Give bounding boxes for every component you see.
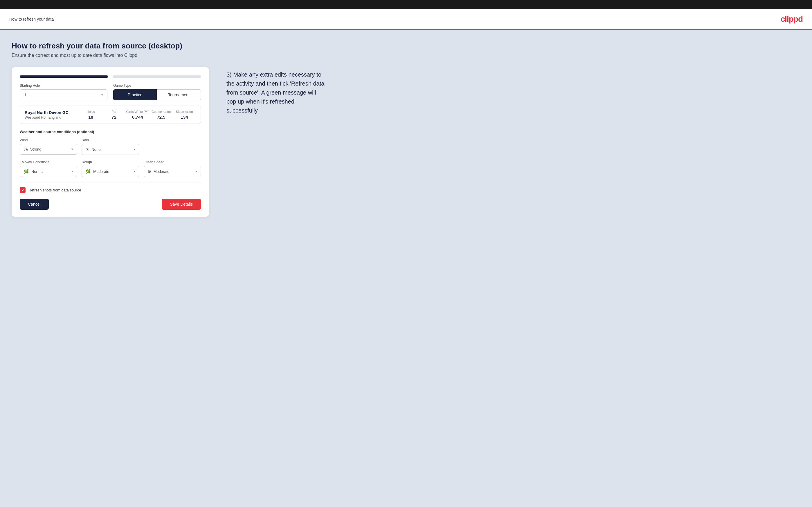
card-top-strip — [20, 75, 201, 78]
rough-select[interactable]: 🌿 Moderate ▾ — [82, 166, 139, 177]
green-speed-icon: ⚙ — [148, 169, 151, 174]
fairway-chevron-icon: ▾ — [71, 170, 73, 173]
course-rating-label: Course rating — [150, 110, 173, 113]
wind-select-inner: 🌬 Strong — [23, 147, 41, 152]
rain-chevron-icon: ▾ — [134, 148, 135, 152]
yards-label: Yards/White (M)) — [126, 110, 150, 113]
refresh-label: Refresh shots from data source — [29, 188, 81, 192]
side-instruction: 3) Make any extra edits necessary to the… — [226, 67, 325, 115]
green-speed-label: Green Speed — [144, 160, 201, 164]
course-stat-par: Par 72 — [102, 110, 126, 119]
wind-value: Strong — [30, 147, 41, 152]
cancel-button[interactable]: Cancel — [20, 199, 49, 210]
fairway-label: Fairway Conditions — [20, 160, 77, 164]
rain-group: Rain ☀ None ▾ — [82, 138, 139, 155]
starting-hole-label: Starting Hole — [20, 83, 107, 88]
header-title: How to refresh your data — [9, 17, 54, 21]
wind-rain-row: Wind 🌬 Strong ▾ Rain ☀ None — [20, 138, 201, 155]
refresh-checkbox[interactable]: ✓ — [20, 187, 26, 193]
course-stat-yards: Yards/White (M)) 6,744 — [126, 110, 150, 119]
page-heading: How to refresh your data from source (de… — [12, 42, 800, 51]
green-speed-value: Moderate — [154, 169, 169, 174]
fairway-group: Fairway Conditions 🌿 Normal ▾ — [20, 160, 77, 177]
tab-indicator-2 — [113, 75, 201, 78]
page-subheading: Ensure the correct and most up to date d… — [12, 53, 800, 58]
wind-chevron-icon: ▾ — [71, 147, 73, 151]
holes-value: 18 — [79, 115, 102, 119]
fairway-select-inner: 🌿 Normal — [23, 169, 44, 174]
course-stat-course-rating: Course rating 72.5 — [150, 110, 173, 119]
instruction-text: 3) Make any extra edits necessary to the… — [226, 70, 325, 115]
course-name: Royal North Devon GC, — [25, 110, 79, 115]
starting-hole-select[interactable]: 1 ▾ — [20, 89, 107, 100]
course-stat-slope: Slope rating 134 — [173, 110, 196, 119]
tournament-button[interactable]: Tournament — [157, 89, 201, 100]
content-row: Starting Hole 1 ▾ Game Type Practice Tou… — [12, 67, 800, 217]
slope-rating-label: Slope rating — [173, 110, 196, 113]
wind-label: Wind — [20, 138, 77, 142]
rough-select-inner: 🌿 Moderate — [85, 169, 109, 174]
green-speed-select[interactable]: ⚙ Moderate ▾ — [144, 166, 201, 177]
rough-group: Rough 🌿 Moderate ▾ — [82, 160, 139, 177]
top-bar — [0, 0, 812, 9]
save-details-button[interactable]: Save Details — [162, 199, 201, 210]
tab-indicator-1 — [20, 75, 108, 78]
rough-icon: 🌿 — [85, 169, 91, 174]
weather-section-title: Weather and course conditions (optional) — [20, 130, 201, 134]
par-label: Par — [102, 110, 126, 113]
green-speed-select-inner: ⚙ Moderate — [148, 169, 169, 174]
course-row: Royal North Devon GC, Westward Ho!, Engl… — [25, 110, 196, 119]
rain-value: None — [92, 147, 100, 152]
main-content: How to refresh your data from source (de… — [0, 30, 812, 507]
starting-hole-value: 1 — [24, 93, 27, 97]
logo: clippd — [781, 14, 803, 24]
rain-select[interactable]: ☀ None ▾ — [82, 144, 139, 155]
form-card: Starting Hole 1 ▾ Game Type Practice Tou… — [12, 67, 209, 217]
fairway-rough-green-row: Fairway Conditions 🌿 Normal ▾ Rough 🌿 — [20, 160, 201, 177]
game-type-label: Game Type — [113, 83, 201, 88]
yards-value: 6,744 — [126, 115, 150, 119]
starting-hole-group: Starting Hole 1 ▾ — [20, 83, 107, 100]
holes-label: Holes — [79, 110, 102, 113]
fairway-icon: 🌿 — [23, 169, 29, 174]
refresh-checkbox-row[interactable]: ✓ Refresh shots from data source — [20, 187, 201, 193]
wind-group: Wind 🌬 Strong ▾ — [20, 138, 77, 155]
header: How to refresh your data clippd — [0, 9, 812, 30]
fairway-select[interactable]: 🌿 Normal ▾ — [20, 166, 77, 177]
rain-label: Rain — [82, 138, 139, 142]
rain-select-inner: ☀ None — [85, 147, 100, 152]
course-stat-holes: Holes 18 — [79, 110, 102, 119]
check-mark-icon: ✓ — [21, 188, 24, 192]
par-value: 72 — [102, 115, 126, 119]
green-speed-group: Green Speed ⚙ Moderate ▾ — [144, 160, 201, 177]
course-location: Westward Ho!, England — [25, 115, 79, 119]
fairway-value: Normal — [31, 169, 44, 174]
game-type-group: Game Type Practice Tournament — [113, 83, 201, 100]
rain-icon: ☀ — [85, 147, 89, 152]
rough-value: Moderate — [93, 169, 109, 174]
course-rating-value: 72.5 — [150, 115, 173, 119]
divider — [20, 182, 201, 182]
slope-rating-value: 134 — [173, 115, 196, 119]
wind-select[interactable]: 🌬 Strong ▾ — [20, 144, 77, 155]
rough-chevron-icon: ▾ — [134, 170, 135, 173]
course-table: Royal North Devon GC, Westward Ho!, Engl… — [20, 106, 201, 124]
green-speed-chevron-icon: ▾ — [195, 170, 197, 173]
starting-hole-gametype-row: Starting Hole 1 ▾ Game Type Practice Tou… — [20, 83, 201, 100]
game-type-buttons: Practice Tournament — [113, 89, 201, 100]
starting-hole-chevron-icon: ▾ — [101, 93, 103, 97]
course-name-col: Royal North Devon GC, Westward Ho!, Engl… — [25, 110, 79, 119]
practice-button[interactable]: Practice — [113, 89, 157, 100]
rough-label: Rough — [82, 160, 139, 164]
btn-row: Cancel Save Details — [20, 199, 201, 210]
wind-icon: 🌬 — [23, 147, 28, 152]
